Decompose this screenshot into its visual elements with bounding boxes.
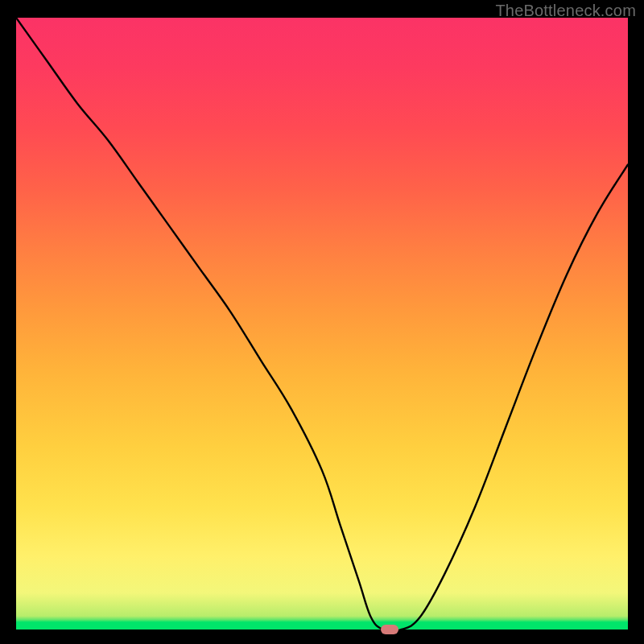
chart-frame: TheBottleneck.com [0, 0, 644, 644]
optimal-marker [381, 625, 398, 634]
bottleneck-curve [16, 18, 628, 630]
plot-area [16, 18, 628, 630]
watermark-text: TheBottleneck.com [495, 2, 636, 20]
